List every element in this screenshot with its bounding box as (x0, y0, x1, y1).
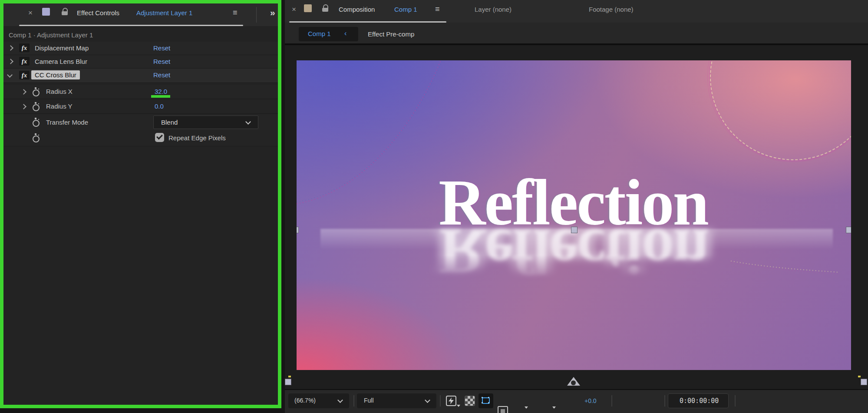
panel-color-swatch (304, 4, 312, 12)
panel-menu-icon[interactable]: ≡ (233, 9, 238, 17)
layer-handle-bottom-left[interactable] (285, 379, 291, 385)
decorative-circle-speckle (707, 60, 851, 162)
effect-row-displacement-map[interactable]: fx Displacement Map Reset (3, 42, 278, 55)
unlock-icon[interactable] (322, 4, 329, 12)
tab-composition[interactable]: Composition (339, 6, 375, 13)
layer-tick-mark (858, 376, 861, 377)
effect-name[interactable]: Displacement Map (35, 44, 89, 52)
transfer-mode-dropdown[interactable]: Blend (153, 116, 258, 129)
param-value-radius-y[interactable]: 0.0 (155, 102, 164, 110)
canvas-text[interactable]: Reflection (384, 170, 762, 235)
timecode-value: 0:00:00:00 (680, 397, 719, 405)
layer-handle-center[interactable] (571, 227, 578, 233)
tab-layer-none[interactable]: Layer (none) (475, 6, 512, 13)
effect-controls-panel: × Effect Controls Adjustment Layer 1 ≡ »… (3, 3, 278, 405)
resolution-value: Full (364, 397, 374, 404)
expand-chevron-icon[interactable] (21, 104, 26, 109)
layer-handle-left[interactable] (297, 227, 299, 233)
timecode-field[interactable]: 0:00:00:00 (668, 393, 729, 408)
effect-name-selected[interactable]: CC Cross Blur (31, 70, 80, 79)
param-row-repeat-edge-pixels: Repeat Edge Pixels (3, 130, 278, 146)
reset-link[interactable]: Reset (153, 58, 170, 65)
effect-context-line: Comp 1 · Adjustment Layer 1 (9, 31, 93, 39)
stopwatch-icon[interactable] (32, 118, 40, 126)
chevron-down-icon (245, 119, 251, 125)
tab-effect-controls-target[interactable]: Adjustment Layer 1 (136, 9, 192, 17)
annotation-value-underline (151, 95, 170, 98)
effect-row-cc-cross-blur[interactable]: fx CC Cross Blur Reset (3, 69, 278, 83)
expand-chevron-icon[interactable] (21, 89, 26, 95)
param-label: Radius X (46, 88, 73, 95)
chevron-down-icon (337, 397, 343, 403)
effect-row-camera-lens-blur[interactable]: fx Camera Lens Blur Reset (3, 55, 278, 69)
viewer-toolbar: (66.7%) Full +0.0 (285, 389, 868, 413)
fx-badge-icon[interactable]: fx (19, 57, 30, 66)
reset-link[interactable]: Reset (153, 44, 170, 52)
expand-chevron-icon[interactable] (8, 59, 13, 64)
grid-options-dropdown-arrow-icon[interactable] (525, 406, 528, 409)
camera-widget-icon[interactable] (567, 377, 580, 386)
param-row-transfer-mode: Transfer Mode Blend (3, 115, 278, 131)
param-value-radius-x[interactable]: 32.0 (155, 88, 167, 95)
effect-controls-tabbar: × Effect Controls Adjustment Layer 1 ≡ » (3, 3, 278, 26)
fast-previews-dropdown-arrow-icon[interactable] (457, 405, 460, 407)
toolbar-separator (735, 395, 736, 406)
panel-color-swatch (42, 8, 50, 16)
toolbar-separator (611, 395, 612, 406)
tab-composition-target[interactable]: Comp 1 (394, 6, 417, 13)
composition-canvas[interactable]: Reflection Reflection (297, 60, 851, 370)
active-tab-underline (19, 25, 243, 26)
layer-tick-mark (288, 376, 291, 377)
reset-link[interactable]: Reset (153, 71, 170, 79)
unlock-icon[interactable] (62, 8, 69, 16)
resolution-dropdown[interactable]: Full (357, 393, 436, 408)
expand-chevron-icon[interactable] (8, 45, 13, 51)
active-tab-underline (289, 21, 446, 23)
repeat-edge-pixels-checkbox[interactable] (155, 133, 164, 142)
after-effects-window: × Effect Controls Adjustment Layer 1 ≡ »… (0, 0, 868, 413)
close-panel-icon[interactable]: × (292, 6, 296, 13)
breadcrumb-root[interactable]: Comp 1 (308, 30, 331, 37)
exposure-value[interactable]: +0.0 (584, 397, 597, 404)
breadcrumb-back-icon[interactable]: ‹ (344, 30, 347, 37)
stopwatch-icon[interactable] (32, 87, 40, 96)
tab-separator (256, 7, 257, 23)
toolbar-separator (440, 395, 441, 406)
tab-footage-none[interactable]: Footage (none) (589, 6, 634, 13)
close-panel-icon[interactable]: × (28, 9, 33, 17)
param-row-radius-y: Radius Y 0.0 (3, 100, 278, 114)
effect-name[interactable]: Camera Lens Blur (35, 58, 87, 65)
stopwatch-icon[interactable] (32, 133, 40, 142)
stopwatch-icon[interactable] (32, 102, 40, 111)
breadcrumb[interactable]: Comp 1 ‹ (299, 27, 358, 41)
layer-handle-right[interactable] (846, 227, 851, 233)
magnification-value: (66.7%) (294, 397, 316, 404)
magnification-dropdown[interactable]: (66.7%) (288, 393, 349, 408)
breadcrumb-current: Effect Pre-comp (368, 30, 414, 38)
fx-badge-icon[interactable]: fx (19, 43, 30, 52)
collapse-chevron-icon[interactable] (7, 72, 13, 78)
tab-effect-controls[interactable]: Effect Controls (77, 9, 119, 17)
region-of-interest-icon[interactable] (498, 406, 508, 413)
fx-badge-icon[interactable]: fx (19, 71, 30, 79)
toolbar-separator (353, 395, 354, 406)
channel-dropdown-arrow-icon[interactable] (552, 406, 556, 409)
checkbox-label[interactable]: Repeat Edge Pixels (168, 134, 226, 142)
composition-viewport[interactable]: Reflection Reflection (285, 45, 868, 389)
param-row-radius-x: Radius X 32.0 (3, 85, 278, 99)
mask-outline-icon (482, 397, 490, 404)
transparency-grid-icon[interactable] (465, 396, 475, 406)
param-label: Transfer Mode (46, 119, 88, 126)
panel-menu-icon[interactable]: ≡ (435, 5, 440, 13)
fast-previews-icon[interactable] (446, 396, 456, 406)
dropdown-value: Blend (161, 119, 178, 126)
toolbar-separator (664, 395, 665, 406)
mask-visibility-toggle[interactable] (479, 393, 493, 408)
param-label: Radius Y (46, 102, 73, 110)
composition-panel: × Composition Comp 1 ≡ Layer (none) Foot… (285, 0, 868, 413)
chevron-down-icon (425, 397, 430, 403)
composition-tabbar: × Composition Comp 1 ≡ Layer (none) Foot… (285, 0, 868, 23)
collapse-panel-icon[interactable]: » (270, 8, 274, 17)
layer-handle-bottom-right[interactable] (861, 379, 867, 385)
